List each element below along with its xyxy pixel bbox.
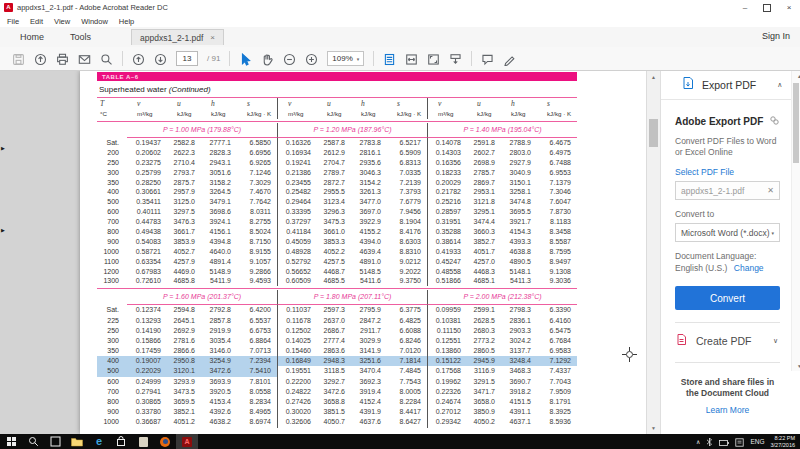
learn-more-link[interactable]: Learn More [675,405,780,415]
next-page-icon[interactable] [154,52,167,65]
table-cell: 3922.9 [351,217,387,227]
scroll-up-icon[interactable]: ▲ [647,74,660,80]
scroll-up-icon[interactable]: ▲ [793,73,800,79]
edge-button[interactable]: e [88,434,110,449]
clock[interactable]: 8:22 PM 3/27/2016 [771,435,795,449]
battery-icon[interactable] [719,433,729,449]
print-icon[interactable] [56,52,69,65]
table-cell: 2602.7 [467,148,501,158]
convert-format-select[interactable]: Microsoft Word (*.docx) ▾ [675,223,780,242]
action-center-icon[interactable] [735,433,744,449]
window-title: appdxs1_2-1.pdf - Adobe Acrobat Reader D… [17,3,734,12]
column-unit: kJ/kg · K [537,109,577,119]
task-view-button[interactable] [44,434,66,449]
table-cell: 4891.0 [351,257,387,267]
table-cell: 6.6088 [387,326,427,336]
tab-document[interactable]: appdxs1_2-1.pdf × [131,29,224,45]
tab-bar: Home Tools appdxs1_2-1.pdf × Sign In [0,27,800,48]
start-button[interactable] [0,434,22,449]
convert-button[interactable]: Convert [675,286,780,310]
pencil-icon[interactable] [503,52,516,65]
find-icon[interactable] [100,52,113,65]
table-cell: 3029.9 [351,336,387,346]
create-pdf-row[interactable]: Create PDF ∨ [675,332,780,350]
change-language-link[interactable]: Change [734,263,764,273]
fullscreen-icon[interactable] [427,52,440,65]
column-unit: kJ/kg · K [237,109,277,119]
export-pdf-header[interactable]: Export PDF ∧ [661,71,800,100]
table-cell: 7.5410 [237,366,277,376]
comment-icon[interactable] [481,52,494,65]
menu-view[interactable]: View [54,17,70,26]
table-cell: 3297.5 [167,207,201,217]
column-unit: m³/kg [127,109,167,119]
email-icon[interactable] [78,52,91,65]
minimize-button[interactable]: – [734,0,756,15]
store-button[interactable] [110,434,132,449]
scrollbar-thumb[interactable] [793,83,799,163]
bluetooth-icon[interactable] [706,433,713,449]
share-upload-icon[interactable] [34,52,47,65]
document-scrollbar[interactable]: ▲ ▼ [646,71,660,434]
table-cell: 0.28597 [427,207,467,217]
fit-width-icon[interactable] [405,52,418,65]
create-pdf-label: Create PDF [696,335,765,347]
chevron-down-icon[interactable]: ∨ [773,337,778,345]
table-cell: 350 [97,346,127,356]
scrollbar-thumb[interactable] [649,119,658,147]
column-symbol: v [127,98,167,109]
select-tool-icon[interactable] [239,52,252,65]
notes-app-button[interactable] [132,434,154,449]
firefox-button[interactable] [154,434,176,449]
hand-tool-icon[interactable] [261,52,274,65]
pdf-page[interactable]: TABLE A–6 Superheated water (Continued) … [80,71,646,434]
acrobat-taskbar-button[interactable]: A [176,434,198,449]
scroll-down-icon[interactable]: ▼ [647,425,660,431]
column-unit: °C [97,109,127,119]
menu-edit[interactable]: Edit [30,17,43,26]
tab-close-icon[interactable]: × [210,33,215,42]
scroll-down-icon[interactable]: ▼ [793,363,800,369]
select-pdf-file-link[interactable]: Select PDF File [675,167,780,177]
page-number-input[interactable]: 13 [176,51,198,66]
tab-tools[interactable]: Tools [64,30,97,44]
zoom-level-select[interactable]: 109%▾ [327,51,364,66]
tray-chevron-up-icon[interactable]: ∧ [696,438,700,445]
table-cell: 2710.4 [167,158,201,168]
remove-file-icon[interactable]: ✕ [767,186,774,195]
menu-help[interactable]: Help [119,17,134,26]
table-cell: 8.5587 [537,237,577,247]
table-cell: 7.7543 [387,377,427,387]
table-cell: 2597.3 [317,305,351,315]
document-area[interactable]: ▶ ▶ TABLE A–6 Superheated water (Continu… [0,71,646,434]
zoom-out-icon[interactable] [283,52,296,65]
previous-page-icon[interactable] [132,52,145,65]
table-cell: 7.4845 [387,366,427,376]
sign-in-link[interactable]: Sign In [762,31,790,41]
toolbar-download-icon[interactable] [449,52,462,65]
table-cell: 8.8310 [387,247,427,257]
taskbar-search-button[interactable] [22,434,44,449]
table-cell: 2645.1 [167,316,201,326]
zoom-in-icon[interactable] [305,52,318,65]
table-cell: 700 [97,217,127,227]
language-indicator[interactable]: ENG [750,438,764,445]
chevron-up-icon[interactable]: ∧ [777,81,782,89]
table-cell: 3258.1 [501,187,537,197]
selected-file-box[interactable]: appdxs1_2-1.pdf ✕ [675,181,780,200]
table-cell: 3291.5 [467,377,501,387]
file-explorer-button[interactable] [66,434,88,449]
single-page-view-icon[interactable] [383,52,396,65]
maximize-button[interactable] [756,0,778,15]
menu-window[interactable]: Window [81,17,108,26]
close-button[interactable]: × [778,0,800,15]
panel-scrollbar[interactable]: ▲ ▼ [791,71,800,371]
tab-home[interactable]: Home [14,30,50,44]
table-cell: 3476.3 [167,217,201,227]
save-icon[interactable] [12,52,25,65]
menu-file[interactable]: File [7,17,19,26]
table-cell: 0.17568 [427,366,467,376]
column-symbols-row: Tvuhsvuhsvuhs [97,98,577,109]
toolbar-separator [471,51,472,66]
table-cell: 3264.5 [201,187,237,197]
